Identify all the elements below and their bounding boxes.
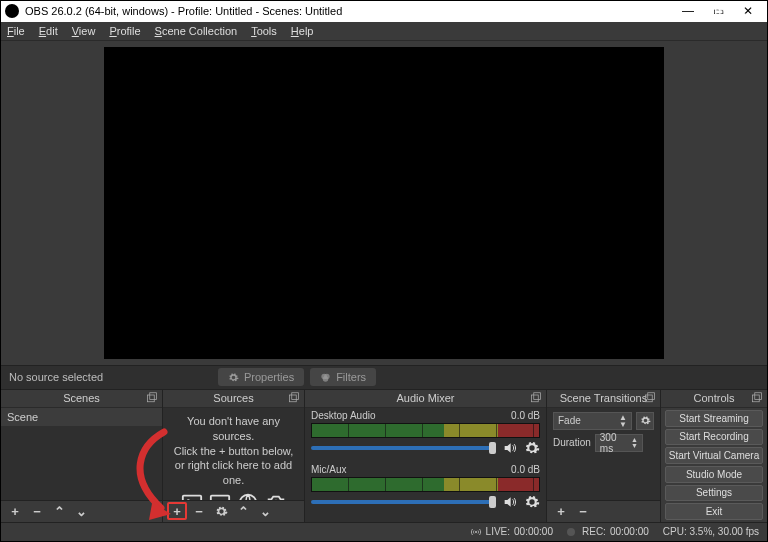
transition-add-button[interactable]: + <box>551 502 571 520</box>
gear-icon <box>640 415 651 426</box>
menu-file[interactable]: File <box>7 25 25 37</box>
volume-slider[interactable] <box>311 500 496 504</box>
gear-icon[interactable] <box>524 440 540 456</box>
svg-rect-4 <box>150 393 157 400</box>
filter-icon <box>320 372 331 383</box>
channel-name: Desktop Audio <box>311 410 376 421</box>
controls-body: Start Streaming Start Recording Start Vi… <box>661 408 767 522</box>
scenes-panel: Scenes Scene + − ⌃ ⌄ <box>1 390 163 522</box>
controls-header: Controls <box>661 390 767 408</box>
menu-view[interactable]: View <box>72 25 96 37</box>
gear-icon[interactable] <box>524 494 540 510</box>
popout-icon[interactable] <box>146 392 158 404</box>
start-recording-button[interactable]: Start Recording <box>665 429 763 446</box>
scenes-header: Scenes <box>1 390 162 408</box>
svg-rect-16 <box>753 395 760 402</box>
vu-meter <box>311 477 540 492</box>
gear-icon <box>228 372 239 383</box>
source-toolbar: No source selected Properties Filters <box>1 365 767 390</box>
sources-remove-button[interactable]: − <box>189 502 209 520</box>
channel-level: 0.0 dB <box>511 464 540 475</box>
sources-add-button[interactable]: + <box>167 502 187 520</box>
close-button[interactable]: ✕ <box>733 2 763 20</box>
sources-up-button[interactable]: ⌃ <box>233 502 253 520</box>
sources-empty-hint: You don't have any sources. Click the + … <box>163 408 304 500</box>
menu-tools[interactable]: Tools <box>251 25 277 37</box>
popout-icon[interactable] <box>644 392 656 404</box>
image-icon <box>181 492 203 500</box>
sources-down-button[interactable]: ⌄ <box>255 502 275 520</box>
duration-label: Duration <box>553 437 591 448</box>
status-live: LIVE: 00:00:00 <box>470 526 553 537</box>
properties-button[interactable]: Properties <box>218 368 304 386</box>
sources-panel: Sources You don't have any sources. Clic… <box>163 390 305 522</box>
scenes-remove-button[interactable]: − <box>27 502 47 520</box>
start-virtual-camera-button[interactable]: Start Virtual Camera <box>665 447 763 464</box>
minimize-button[interactable]: — <box>673 2 703 20</box>
broadcast-icon <box>470 527 482 537</box>
scenes-add-button[interactable]: + <box>5 502 25 520</box>
studio-mode-button[interactable]: Studio Mode <box>665 466 763 483</box>
monitor-icon <box>209 492 231 500</box>
source-status: No source selected <box>9 371 204 383</box>
scenes-list[interactable]: Scene <box>1 408 162 500</box>
filters-button[interactable]: Filters <box>310 368 376 386</box>
mixer-header: Audio Mixer <box>305 390 546 408</box>
maximize-button[interactable]: ▭ <box>703 2 733 20</box>
svg-rect-3 <box>148 395 155 402</box>
svg-rect-5 <box>290 395 297 402</box>
svg-rect-14 <box>646 395 653 402</box>
speaker-icon[interactable] <box>502 440 518 456</box>
titlebar: OBS 26.0.2 (64-bit, windows) - Profile: … <box>1 1 767 22</box>
duration-input[interactable]: 300 ms ▲▼ <box>595 434 643 452</box>
menu-bar: File Edit View Profile Scene Collection … <box>1 22 767 41</box>
record-dot-icon <box>567 528 575 536</box>
menu-edit[interactable]: Edit <box>39 25 58 37</box>
vu-meter <box>311 423 540 438</box>
settings-button[interactable]: Settings <box>665 485 763 502</box>
dock: Scenes Scene + − ⌃ ⌄ Sources You don't h… <box>1 390 767 522</box>
transitions-footer: + − <box>547 500 660 522</box>
mixer-channel-desktop: Desktop Audio 0.0 dB <box>305 408 546 462</box>
scenes-up-button[interactable]: ⌃ <box>49 502 69 520</box>
transition-remove-button[interactable]: − <box>573 502 593 520</box>
menu-profile[interactable]: Profile <box>109 25 140 37</box>
controls-panel: Controls Start Streaming Start Recording… <box>661 390 767 522</box>
transition-settings-button[interactable] <box>636 412 654 430</box>
status-rec: REC: 00:00:00 <box>567 526 649 537</box>
status-cpu: CPU: 3.5%, 30.00 fps <box>663 526 759 537</box>
volume-slider[interactable] <box>311 446 496 450</box>
transition-select[interactable]: Fade ▲▼ <box>553 412 632 430</box>
svg-rect-17 <box>755 393 762 400</box>
transitions-header: Scene Transitions <box>547 390 660 408</box>
mixer-channel-mic: Mic/Aux 0.0 dB <box>305 462 546 516</box>
sources-footer: + − ⌃ ⌄ <box>163 500 304 522</box>
scene-item[interactable]: Scene <box>1 408 162 426</box>
sources-list[interactable]: You don't have any sources. Click the + … <box>163 408 304 500</box>
chevron-updown-icon: ▲▼ <box>619 414 627 428</box>
exit-button[interactable]: Exit <box>665 503 763 520</box>
app-icon <box>5 4 19 18</box>
scenes-down-button[interactable]: ⌄ <box>71 502 91 520</box>
speaker-icon[interactable] <box>502 494 518 510</box>
popout-icon[interactable] <box>530 392 542 404</box>
status-bar: LIVE: 00:00:00 REC: 00:00:00 CPU: 3.5%, … <box>1 522 767 541</box>
scenes-footer: + − ⌃ ⌄ <box>1 500 162 522</box>
preview-canvas[interactable] <box>104 47 664 359</box>
menu-scene-collection[interactable]: Scene Collection <box>155 25 238 37</box>
sources-properties-button[interactable] <box>211 502 231 520</box>
chevron-updown-icon: ▲▼ <box>631 437 638 449</box>
transitions-panel: Scene Transitions Fade ▲▼ Duration 3 <box>547 390 661 522</box>
popout-icon[interactable] <box>288 392 300 404</box>
menu-help[interactable]: Help <box>291 25 314 37</box>
popout-icon[interactable] <box>751 392 763 404</box>
svg-point-18 <box>475 531 477 533</box>
camera-icon <box>265 492 287 500</box>
transitions-body: Fade ▲▼ Duration 300 ms ▲▼ <box>547 408 660 500</box>
svg-rect-6 <box>292 393 299 400</box>
sources-header: Sources <box>163 390 304 408</box>
start-streaming-button[interactable]: Start Streaming <box>665 410 763 427</box>
svg-rect-9 <box>210 496 228 500</box>
preview-area <box>1 41 767 365</box>
channel-level: 0.0 dB <box>511 410 540 421</box>
